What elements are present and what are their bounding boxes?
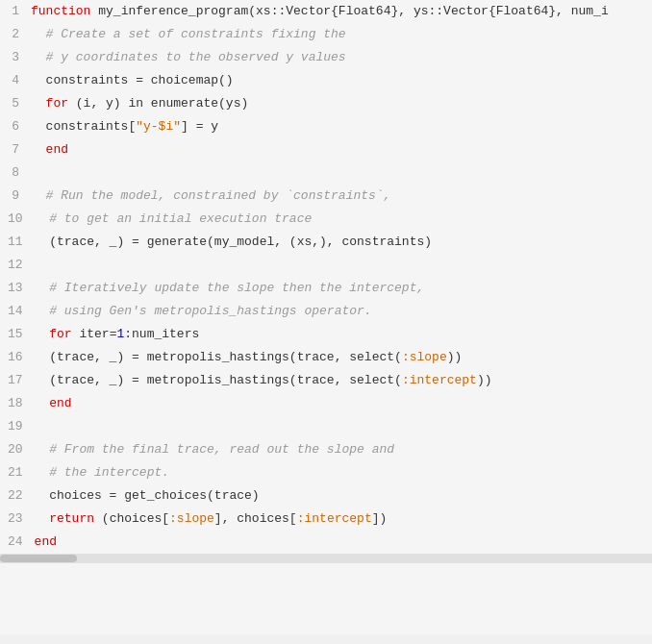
line-number: 1 bbox=[0, 0, 31, 23]
table-row: 14 # using Gen's metropolis_hastings ope… bbox=[0, 300, 652, 323]
line-content: end bbox=[35, 531, 64, 554]
table-row: 8 bbox=[0, 161, 652, 185]
table-row: 13 # Iteratively update the slope then t… bbox=[0, 277, 652, 300]
line-number: 13 bbox=[0, 277, 35, 300]
line-content: function my_inference_program(xs::Vector… bbox=[31, 0, 616, 23]
line-number: 22 bbox=[0, 484, 35, 508]
table-row: 9 # Run the model, constrained by `const… bbox=[0, 185, 652, 208]
line-number: 24 bbox=[0, 531, 35, 554]
line-content: # Run the model, constrained by `constra… bbox=[31, 185, 398, 208]
table-row: 5 for (i, y) in enumerate(ys) bbox=[0, 92, 652, 115]
line-content: # From the final trace, read out the slo… bbox=[35, 438, 402, 461]
line-content: constraints["y-$i"] = y bbox=[31, 115, 226, 138]
line-content: # the intercept. bbox=[35, 461, 177, 484]
line-content: # Iteratively update the slope then the … bbox=[35, 277, 433, 300]
line-number: 18 bbox=[0, 392, 35, 415]
table-row: 1function my_inference_program(xs::Vecto… bbox=[0, 0, 652, 23]
line-content: # to get an initial execution trace bbox=[35, 208, 320, 231]
table-row: 20 # From the final trace, read out the … bbox=[0, 438, 652, 461]
line-number: 21 bbox=[0, 461, 35, 484]
table-row: 23 return (choices[:slope], choices[:int… bbox=[0, 508, 652, 531]
line-number: 5 bbox=[0, 92, 31, 115]
line-content: constraints = choicemap() bbox=[31, 69, 241, 92]
line-content: # y coordinates to the observed y values bbox=[31, 46, 354, 69]
line-content: # Create a set of constraints fixing the bbox=[31, 23, 354, 46]
line-number: 3 bbox=[0, 46, 31, 69]
table-row: 7 end bbox=[0, 138, 652, 161]
table-row: 11 (trace, _) = generate(my_model, (xs,)… bbox=[0, 231, 652, 254]
line-content: # using Gen's metropolis_hastings operat… bbox=[35, 300, 380, 323]
table-row: 18 end bbox=[0, 392, 652, 415]
line-number: 16 bbox=[0, 346, 35, 369]
line-content bbox=[35, 415, 50, 438]
line-content: return (choices[:slope], choices[:interc… bbox=[35, 508, 395, 531]
line-content: (trace, _) = metropolis_hastings(trace, … bbox=[35, 346, 470, 369]
line-number: 6 bbox=[0, 115, 31, 138]
line-number: 20 bbox=[0, 438, 35, 461]
line-number: 8 bbox=[0, 161, 31, 185]
line-number: 23 bbox=[0, 508, 35, 531]
line-number: 10 bbox=[0, 208, 35, 231]
line-content: end bbox=[35, 392, 80, 415]
line-content: for iter=1:num_iters bbox=[35, 323, 208, 346]
table-row: 21 # the intercept. bbox=[0, 461, 652, 484]
line-content bbox=[35, 254, 50, 277]
line-content bbox=[31, 161, 46, 185]
line-number: 15 bbox=[0, 323, 35, 346]
line-content: (trace, _) = metropolis_hastings(trace, … bbox=[35, 369, 500, 392]
table-row: 6 constraints["y-$i"] = y bbox=[0, 115, 652, 138]
table-row: 2 # Create a set of constraints fixing t… bbox=[0, 23, 652, 46]
table-row: 24end bbox=[0, 531, 652, 554]
table-row: 22 choices = get_choices(trace) bbox=[0, 484, 652, 508]
line-number: 9 bbox=[0, 185, 31, 208]
scrollbar-thumb[interactable] bbox=[0, 555, 77, 562]
table-row: 19 bbox=[0, 415, 652, 438]
line-number: 19 bbox=[0, 415, 35, 438]
table-row: 12 bbox=[0, 254, 652, 277]
line-content: for (i, y) in enumerate(ys) bbox=[31, 92, 256, 115]
table-row: 3 # y coordinates to the observed y valu… bbox=[0, 46, 652, 69]
line-number: 4 bbox=[0, 69, 31, 92]
line-content: end bbox=[31, 138, 76, 161]
table-row: 15 for iter=1:num_iters bbox=[0, 323, 652, 346]
line-content: choices = get_choices(trace) bbox=[35, 484, 267, 508]
code-lines: 1function my_inference_program(xs::Vecto… bbox=[0, 0, 652, 554]
line-number: 11 bbox=[0, 231, 35, 254]
line-content: (trace, _) = generate(my_model, (xs,), c… bbox=[35, 231, 439, 254]
horizontal-scrollbar[interactable] bbox=[0, 554, 652, 563]
line-number: 2 bbox=[0, 23, 31, 46]
line-number: 12 bbox=[0, 254, 35, 277]
table-row: 17 (trace, _) = metropolis_hastings(trac… bbox=[0, 369, 652, 392]
table-row: 4 constraints = choicemap() bbox=[0, 69, 652, 92]
line-number: 7 bbox=[0, 138, 31, 161]
line-number: 17 bbox=[0, 369, 35, 392]
table-row: 10 # to get an initial execution trace bbox=[0, 208, 652, 231]
code-editor: 1function my_inference_program(xs::Vecto… bbox=[0, 0, 652, 634]
line-number: 14 bbox=[0, 300, 35, 323]
table-row: 16 (trace, _) = metropolis_hastings(trac… bbox=[0, 346, 652, 369]
